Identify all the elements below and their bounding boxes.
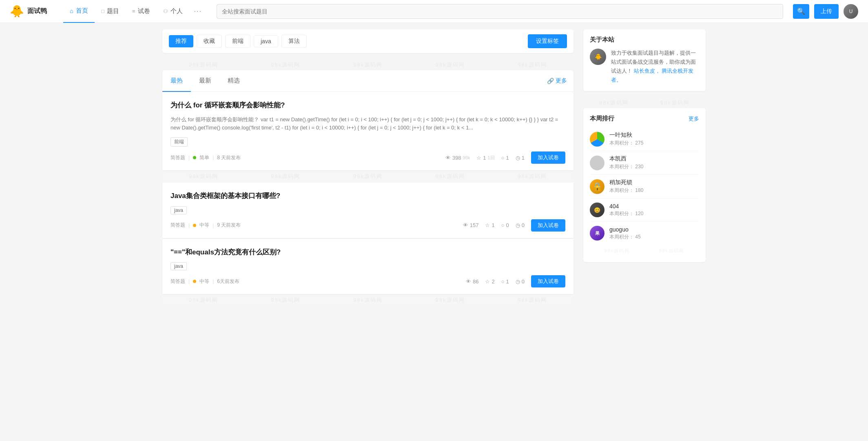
tag-java[interactable]: java xyxy=(254,35,278,47)
add-exam-button-3[interactable]: 加入试卷 xyxy=(531,275,565,287)
comment-icon-1: ○ xyxy=(501,155,505,161)
nav-more-button[interactable]: ··· xyxy=(189,0,207,23)
rank-info-4: 404 本周积分： 120 xyxy=(609,203,643,217)
tab-selected[interactable]: 精选 xyxy=(219,70,248,92)
rank-item-5[interactable]: 果 guoguo 本周积分： 45 xyxy=(590,222,699,245)
more-link[interactable]: 🔗 更多 xyxy=(547,77,567,85)
search-button[interactable]: 🔍 xyxy=(793,4,809,19)
tab-hot[interactable]: 最热 xyxy=(162,70,191,92)
question-title-3[interactable]: "=="和equals方法究竟有什么区别? xyxy=(170,247,565,258)
rank-avatar-5: 果 xyxy=(590,226,604,241)
avatar[interactable]: U xyxy=(844,4,858,19)
rank-score-1: 本周积分： 275 xyxy=(609,140,643,147)
ranking-card: 本周排行 更多 一叶知秋 本周积分： 275 本凯西 xyxy=(583,108,706,262)
rank-name-4: 404 xyxy=(609,203,643,209)
star-icon-2: ☆ xyxy=(485,222,490,228)
nav-home-label: 首页 xyxy=(76,7,88,15)
question-stats-3: 👁 86 ☆ 2 ○ 1 ◷ 0 xyxy=(466,275,565,287)
duration-stat-3: ◷ 0 xyxy=(516,278,525,285)
question-stats-2: 👁 157 ☆ 1 ○ 0 ◷ 0 xyxy=(463,219,565,232)
question-title-1[interactable]: 为什么 for 循环嵌套顺序会影响性能? xyxy=(170,100,565,111)
tag-favorites[interactable]: 收藏 xyxy=(197,35,222,48)
rank-avatar-4: 😊 xyxy=(590,203,604,217)
rank-item-3[interactable]: 🔒 稍加死锁 本周积分： 180 xyxy=(590,175,699,198)
tab-newest[interactable]: 最新 xyxy=(191,70,219,92)
duration-count-2: 0 xyxy=(522,222,525,228)
question-title-2[interactable]: Java集合类框架的基本接口有哪些? xyxy=(170,191,565,201)
stars-unit-1: 1回 xyxy=(488,155,495,161)
q-tag-java-2[interactable]: java xyxy=(170,206,187,214)
more-label: 更多 xyxy=(556,77,567,85)
rank-item-4[interactable]: 😊 404 本周积分： 120 xyxy=(590,198,699,222)
add-exam-button-1[interactable]: 加入试卷 xyxy=(531,151,565,164)
rank-item-2[interactable]: 本凯西 本周积分： 230 xyxy=(590,151,699,175)
rank-item-1[interactable]: 一叶知秋 本周积分： 275 xyxy=(590,127,699,151)
about-link-1[interactable]: 站长鱼皮， xyxy=(634,68,660,74)
nav-item-exams[interactable]: ≡ 试卷 xyxy=(126,0,157,23)
tags-bar: 推荐 收藏 前端 java 算法 设置标签 xyxy=(162,29,574,53)
time-ago-1: 8 天前发布 xyxy=(217,154,241,161)
q-tag-java-3[interactable]: java xyxy=(170,262,187,270)
tag-recommend[interactable]: 推荐 xyxy=(169,35,193,47)
exams-icon: ≡ xyxy=(132,8,135,14)
watermark-2: 98k源码网98k源码网98k源码网98k源码网98k源码网 xyxy=(162,171,574,182)
header: 🐥 面试鸭 ⌂ 首页 □ 题目 ≡ 试卷 ⚇ 个人 ··· 🔍 上传 U xyxy=(0,0,868,23)
rank-name-1: 一叶知秋 xyxy=(609,131,643,139)
question-tags-3: java xyxy=(170,262,565,270)
ranking-more[interactable]: 更多 xyxy=(689,115,699,122)
question-type-2: 简答题 xyxy=(170,222,185,229)
rank-score-label-3: 本周积分 xyxy=(609,187,629,193)
stats-left-1: 👁 398 98k ☆ 1 1回 ○ 1 xyxy=(445,155,525,161)
about-text-content: 致力于收集面试题目与题解，提供一站式面试备战交流服务，助你成为面试达人！ 站长鱼… xyxy=(611,49,699,85)
about-card: 关于本站 🐥 致力于收集面试题目与题解，提供一站式面试备战交流服务，助你成为面试… xyxy=(583,29,706,91)
rank-score-value-5: 45 xyxy=(635,234,640,240)
comments-count-3: 1 xyxy=(506,278,509,285)
add-exam-button-2[interactable]: 加入试卷 xyxy=(531,219,565,232)
rank-score-value-4: 120 xyxy=(635,211,643,216)
watermark-3: 98k源码网98k源码网98k源码网98k源码网98k源码网 xyxy=(162,295,574,305)
rank-avatar-3: 🔒 xyxy=(590,179,604,194)
rank-score-value-3: 180 xyxy=(635,187,643,193)
logo-icon: 🐥 xyxy=(10,4,24,18)
questions-icon: □ xyxy=(101,8,104,14)
sub-tabs: 最热 最新 精选 🔗 更多 xyxy=(162,70,574,92)
logo[interactable]: 🐥 面试鸭 xyxy=(10,4,47,18)
rank-name-3: 稍加死锁 xyxy=(609,179,643,186)
time-icon-2: ◷ xyxy=(516,222,520,228)
rank-info-3: 稍加死锁 本周积分： 180 xyxy=(609,179,643,194)
nav-item-questions[interactable]: □ 题目 xyxy=(95,0,126,23)
rank-info-1: 一叶知秋 本周积分： 275 xyxy=(609,131,643,147)
duration-count-1: 1 xyxy=(522,155,525,161)
nav-exams-label: 试卷 xyxy=(138,7,150,15)
question-card-2: Java集合类框架的基本接口有哪些? java 简答题 | 中等 | 9 天前发… xyxy=(162,183,574,238)
personal-icon: ⚇ xyxy=(163,8,168,14)
tag-frontend[interactable]: 前端 xyxy=(225,35,250,48)
sep-5: | xyxy=(188,278,190,284)
eye-icon-2: 👁 xyxy=(463,222,468,228)
difficulty-label-2: 中等 xyxy=(199,222,209,229)
set-tags-button[interactable]: 设置标签 xyxy=(528,34,567,48)
sep-4: | xyxy=(213,223,214,228)
stars-stat-2: ☆ 1 xyxy=(485,222,494,228)
question-type-1: 简答题 xyxy=(170,154,185,161)
upload-button[interactable]: 上传 xyxy=(814,4,839,19)
rank-score-label-5: 本周积分 xyxy=(609,234,629,240)
about-title: 关于本站 xyxy=(590,36,699,44)
main-nav: ⌂ 首页 □ 题目 ≡ 试卷 ⚇ 个人 ··· xyxy=(63,0,207,23)
comment-icon-2: ○ xyxy=(501,222,505,228)
tag-algorithm[interactable]: 算法 xyxy=(281,35,307,48)
nav-item-home[interactable]: ⌂ 首页 xyxy=(63,0,95,23)
search-input[interactable] xyxy=(217,4,783,19)
q-tag-frontend[interactable]: 前端 xyxy=(170,137,188,147)
time-icon-3: ◷ xyxy=(516,278,520,285)
stars-stat-3: ☆ 2 xyxy=(485,278,494,285)
rank-score-label-2: 本周积分 xyxy=(609,164,629,169)
sep-2: | xyxy=(213,155,214,160)
rank-avatar-text-4: 😊 xyxy=(594,207,600,213)
nav-item-personal[interactable]: ⚇ 个人 xyxy=(157,0,189,23)
views-count-3: 86 xyxy=(473,278,478,285)
comment-icon-3: ○ xyxy=(501,278,505,285)
stats-left-3: 👁 86 ☆ 2 ○ 1 ◷ 0 xyxy=(466,278,525,285)
rank-score-4: 本周积分： 120 xyxy=(609,210,643,217)
rank-avatar-icon-3: 🔒 xyxy=(592,182,602,192)
